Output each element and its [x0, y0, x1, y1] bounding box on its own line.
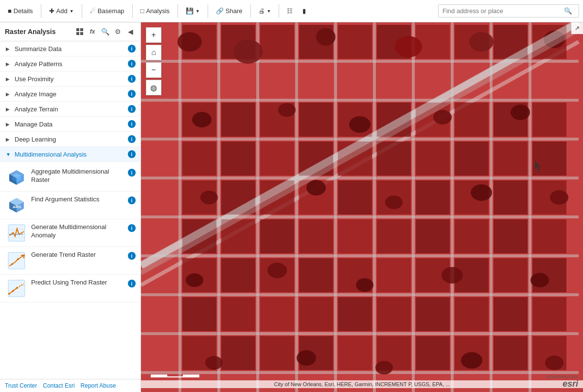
- svg-point-153: [297, 350, 316, 366]
- locate-button[interactable]: ◍: [146, 80, 161, 95]
- tool-info: Find Argument Statistics: [31, 196, 123, 204]
- zoom-out-button[interactable]: −: [146, 62, 161, 78]
- collapse-button[interactable]: ◀: [125, 26, 136, 37]
- tool-name: Generate Trend Raster: [31, 251, 96, 258]
- toolbar-divider-7: [279, 4, 279, 18]
- tool-item-generate-multidimensional-anomaly[interactable]: Generate Multidimensional Anomaly i: [0, 219, 141, 247]
- info-icon[interactable]: i: [128, 45, 136, 53]
- info-icon[interactable]: i: [128, 135, 136, 143]
- table-button[interactable]: ☷: [283, 5, 297, 17]
- svg-rect-131: [338, 336, 372, 370]
- analysis-icon: □: [141, 7, 144, 15]
- gear-icon: ⚙: [115, 28, 121, 36]
- fx-button[interactable]: fx: [87, 26, 98, 37]
- tool-icon-aggregate: [7, 168, 26, 187]
- info-icon[interactable]: i: [128, 60, 136, 68]
- sidebar-item-summarize-data[interactable]: ▶ Summarize Data i: [0, 41, 141, 56]
- toolbar-divider-1: [41, 4, 41, 18]
- info-icon[interactable]: i: [128, 105, 136, 113]
- info-icon[interactable]: i: [128, 150, 136, 158]
- svg-point-154: [375, 361, 393, 374]
- svg-point-143: [306, 180, 326, 196]
- grid-view-button[interactable]: [74, 26, 85, 37]
- category-label: Multidimensional Analysis: [15, 151, 87, 158]
- svg-point-140: [433, 110, 452, 125]
- tool-info-icon[interactable]: i: [128, 169, 136, 177]
- search-box: 🔍: [438, 4, 579, 18]
- home-button[interactable]: ⌂: [146, 45, 161, 60]
- sidebar-item-analyze-patterns[interactable]: ▶ Analyze Patterns i: [0, 56, 141, 71]
- tool-item-predict-using-trend-raster[interactable]: Predict Using Trend Raster i: [0, 275, 141, 303]
- sidebar-header-icons: fx 🔍 ⚙ ◀: [74, 26, 136, 37]
- category-label: Analyze Terrain: [15, 106, 58, 113]
- sidebar-item-deep-learning[interactable]: ▶ Deep Learning i: [0, 132, 141, 147]
- sidebar: Raster Analysis fx 🔍 ⚙: [0, 22, 141, 392]
- sidebar-header: Raster Analysis fx 🔍 ⚙: [0, 22, 141, 41]
- info-icon[interactable]: i: [128, 90, 136, 98]
- tool-item-find-argument-statistics[interactable]: ARG Find Argument Statistics i: [0, 192, 141, 219]
- tool-icon-find-arg: ARG: [7, 196, 26, 215]
- sidebar-item-use-proximity[interactable]: ▶ Use Proximity i: [0, 71, 141, 87]
- save-button[interactable]: 💾 ▼: [182, 5, 204, 17]
- tool-info-icon[interactable]: i: [128, 252, 136, 260]
- zoom-in-button[interactable]: +: [146, 27, 161, 43]
- toolbar: ■ Details ✚ Add ▼ ☄ Basemap □ Analysis 💾…: [0, 0, 583, 22]
- map-area[interactable]: + ⌂ − ◍ City of New Orleans, Es: [141, 22, 583, 392]
- map-expand-button[interactable]: ↗: [571, 22, 583, 34]
- svg-rect-78: [221, 142, 255, 176]
- chart-button[interactable]: ▮: [299, 5, 310, 17]
- svg-point-65: [469, 32, 494, 52]
- svg-rect-106: [532, 219, 566, 253]
- svg-rect-1: [80, 28, 83, 31]
- info-icon[interactable]: i: [128, 75, 136, 83]
- svg-rect-110: [299, 258, 333, 292]
- search-tools-button[interactable]: 🔍: [100, 26, 110, 37]
- svg-point-156: [545, 356, 564, 370]
- sidebar-item-analyze-image[interactable]: ▶ Analyze Image i: [0, 87, 141, 102]
- arrow-icon: ▶: [6, 91, 12, 97]
- analysis-button[interactable]: □ Analysis: [137, 5, 174, 17]
- tool-item-aggregate-multidimensional-raster[interactable]: Aggregate Multidimensional Raster i: [0, 164, 141, 192]
- chart-icon: ▮: [302, 7, 306, 15]
- sidebar-item-multidimensional-analysis[interactable]: ▼ Multidimensional Analysis i: [0, 147, 141, 162]
- tool-info: Predict Using Trend Raster: [31, 279, 123, 287]
- svg-rect-86: [532, 142, 566, 176]
- details-button[interactable]: ■ Details: [4, 5, 37, 17]
- expand-icon: ↗: [575, 25, 580, 32]
- svg-rect-95: [494, 180, 528, 214]
- tool-info: Generate Trend Raster: [31, 251, 123, 259]
- settings-button[interactable]: ⚙: [112, 26, 123, 37]
- report-abuse-link[interactable]: Report Abuse: [81, 382, 116, 389]
- tool-info-icon[interactable]: i: [128, 224, 136, 232]
- add-button[interactable]: ✚ Add ▼: [45, 5, 78, 17]
- sidebar-item-analyze-terrain[interactable]: ▶ Analyze Terrain i: [0, 102, 141, 117]
- svg-rect-100: [299, 219, 333, 253]
- tool-info-icon[interactable]: i: [128, 196, 136, 204]
- svg-rect-123: [416, 297, 450, 331]
- search-button[interactable]: 🔍: [560, 5, 576, 17]
- print-button[interactable]: 🖨 ▼: [255, 5, 275, 17]
- info-icon[interactable]: i: [128, 120, 136, 128]
- trust-center-link[interactable]: Trust Center: [5, 382, 37, 389]
- svg-point-138: [278, 103, 296, 117]
- svg-rect-84: [455, 142, 489, 176]
- search-input[interactable]: [439, 5, 560, 17]
- svg-point-22: [11, 263, 13, 265]
- tool-info-icon[interactable]: i: [128, 280, 136, 287]
- sidebar-item-manage-data[interactable]: ▶ Manage Data i: [0, 117, 141, 132]
- svg-point-146: [550, 190, 568, 205]
- category-label: Analyze Patterns: [15, 60, 62, 68]
- svg-rect-124: [455, 297, 489, 331]
- toolbar-divider-6: [250, 4, 251, 18]
- svg-point-142: [200, 191, 218, 204]
- tool-item-generate-trend-raster[interactable]: Generate Trend Raster i: [0, 247, 141, 275]
- svg-point-151: [530, 273, 549, 287]
- esri-logo: esri: [563, 379, 578, 389]
- svg-rect-83: [416, 142, 450, 176]
- contact-esri-link[interactable]: Contact Esri: [43, 382, 74, 389]
- svg-point-147: [186, 273, 203, 287]
- share-button[interactable]: 🔗 Share: [212, 5, 247, 17]
- analysis-label: Analysis: [146, 7, 169, 15]
- basemap-button[interactable]: ☄ Basemap: [86, 5, 128, 17]
- svg-rect-105: [494, 219, 528, 253]
